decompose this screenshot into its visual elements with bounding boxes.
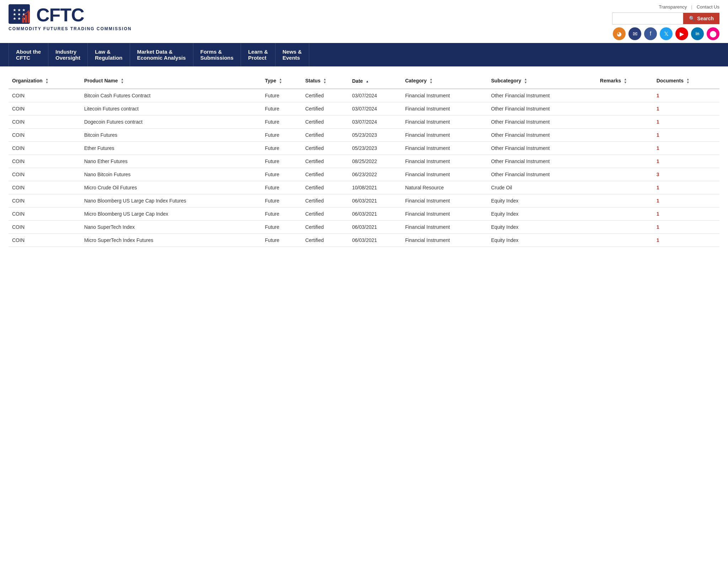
cell-type: Future [261,207,301,221]
cell-type: Future [261,155,301,168]
cell-documents[interactable]: 1 [653,89,719,102]
cell-org: COIN [9,102,81,115]
sort-icon-remarks: ▲ ▼ [624,78,627,84]
cell-status: Certified [302,221,349,234]
nav-item-about[interactable]: About theCFTC [9,43,48,66]
table-row: COIN Bitcoin Cash Futures Contract Futur… [9,89,719,102]
sort-icon-product: ▲ ▼ [121,78,124,84]
document-link[interactable]: 1 [657,119,659,125]
document-link[interactable]: 1 [657,93,659,98]
cell-status: Certified [302,115,349,129]
sort-icon-date: ▲ [366,80,369,83]
cell-date: 05/23/2023 [348,142,401,155]
table-row: COIN Bitcoin Futures Future Certified 05… [9,129,719,142]
cell-date: 05/23/2023 [348,129,401,142]
transparency-link[interactable]: Transparency [659,4,687,10]
search-button[interactable]: 🔍 Search [683,13,719,24]
cell-documents[interactable]: 1 [653,207,719,221]
rss-icon[interactable]: ◕ [613,27,626,40]
col-category[interactable]: Category ▲ ▼ [402,74,488,89]
cell-org: COIN [9,129,81,142]
col-status[interactable]: Status ▲ ▼ [302,74,349,89]
document-link[interactable]: 1 [657,211,659,217]
nav-item-industry[interactable]: IndustryOversight [48,43,88,66]
col-remarks[interactable]: Remarks ▲ ▼ [596,74,653,89]
table-row: COIN Micro Crude Oil Futures Future Cert… [9,181,719,194]
cell-product: Nano Bitcoin Futures [81,168,262,181]
cell-remarks [596,102,653,115]
email-icon[interactable]: ✉ [628,27,641,40]
cell-product: Nano SuperTech Index [81,221,262,234]
cell-status: Certified [302,194,349,207]
flickr-icon[interactable]: ⬤ [707,27,719,40]
col-subcategory[interactable]: Subcategory ▲ ▼ [488,74,596,89]
cell-documents[interactable]: 1 [653,234,719,247]
facebook-icon[interactable]: f [644,27,657,40]
cell-status: Certified [302,207,349,221]
sort-icon-org: ▲ ▼ [45,78,48,84]
document-link[interactable]: 3 [657,172,659,177]
nav-item-law[interactable]: Law &Regulation [88,43,130,66]
cell-status: Certified [302,89,349,102]
cell-documents[interactable]: 1 [653,129,719,142]
svg-text:★ ★ ★: ★ ★ ★ [13,8,26,12]
col-documents[interactable]: Documents ▲ ▼ [653,74,719,89]
col-product-name[interactable]: Product Name ▲ ▼ [81,74,262,89]
sort-icon-subcategory: ▲ ▼ [524,78,527,84]
cell-type: Future [261,168,301,181]
document-link[interactable]: 1 [657,198,659,204]
cell-product: Ether Futures [81,142,262,155]
contact-link[interactable]: Contact Us [697,4,719,10]
cell-documents[interactable]: 3 [653,168,719,181]
cell-status: Certified [302,181,349,194]
nav-item-market[interactable]: Market Data &Economic Analysis [130,43,193,66]
cell-category: Financial Instrument [402,115,488,129]
data-table: Organization ▲ ▼ Product Name ▲ ▼ Type [9,74,719,247]
cell-product: Nano Ether Futures [81,155,262,168]
document-link[interactable]: 1 [657,185,659,190]
search-input[interactable] [612,12,683,25]
cell-documents[interactable]: 1 [653,181,719,194]
cell-org: COIN [9,168,81,181]
cell-documents[interactable]: 1 [653,194,719,207]
cell-documents[interactable]: 1 [653,155,719,168]
twitter-icon[interactable]: 𝕏 [660,27,673,40]
cell-subcategory: Equity Index [488,207,596,221]
logo-subtitle: COMMODITY FUTURES TRADING COMMISSION [9,26,132,31]
document-link[interactable]: 1 [657,106,659,112]
cell-remarks [596,207,653,221]
cell-date: 06/23/2022 [348,168,401,181]
cell-remarks [596,129,653,142]
header: ★ ★ ★ ★ ★ ★ ★ ★ ★ CFTC COMMODITY FUTURES… [0,0,728,43]
table-header-row: Organization ▲ ▼ Product Name ▲ ▼ Type [9,74,719,89]
cell-subcategory: Other Financial Instrument [488,89,596,102]
nav-item-learn[interactable]: Learn &Protect [241,43,275,66]
cell-org: COIN [9,194,81,207]
cell-category: Financial Instrument [402,142,488,155]
cell-documents[interactable]: 1 [653,115,719,129]
cell-documents[interactable]: 1 [653,221,719,234]
cell-subcategory: Other Financial Instrument [488,168,596,181]
nav-item-forms[interactable]: Forms &Submissions [193,43,241,66]
cell-type: Future [261,181,301,194]
document-link[interactable]: 1 [657,132,659,138]
cell-documents[interactable]: 1 [653,102,719,115]
cell-date: 08/25/2022 [348,155,401,168]
cell-org: COIN [9,221,81,234]
document-link[interactable]: 1 [657,158,659,164]
cell-documents[interactable]: 1 [653,142,719,155]
logo-area: ★ ★ ★ ★ ★ ★ ★ ★ ★ CFTC COMMODITY FUTURES… [9,4,132,31]
document-link[interactable]: 1 [657,237,659,243]
document-link[interactable]: 1 [657,224,659,230]
nav-item-news[interactable]: News &Events [275,43,309,66]
col-type[interactable]: Type ▲ ▼ [261,74,301,89]
youtube-icon[interactable]: ▶ [675,27,688,40]
table-row: COIN Nano Bitcoin Futures Future Certifi… [9,168,719,181]
cell-type: Future [261,221,301,234]
linkedin-icon[interactable]: in [691,27,704,40]
cell-category: Financial Instrument [402,207,488,221]
cell-status: Certified [302,168,349,181]
col-date[interactable]: Date ▲ [348,74,401,89]
col-organization[interactable]: Organization ▲ ▼ [9,74,81,89]
document-link[interactable]: 1 [657,145,659,151]
